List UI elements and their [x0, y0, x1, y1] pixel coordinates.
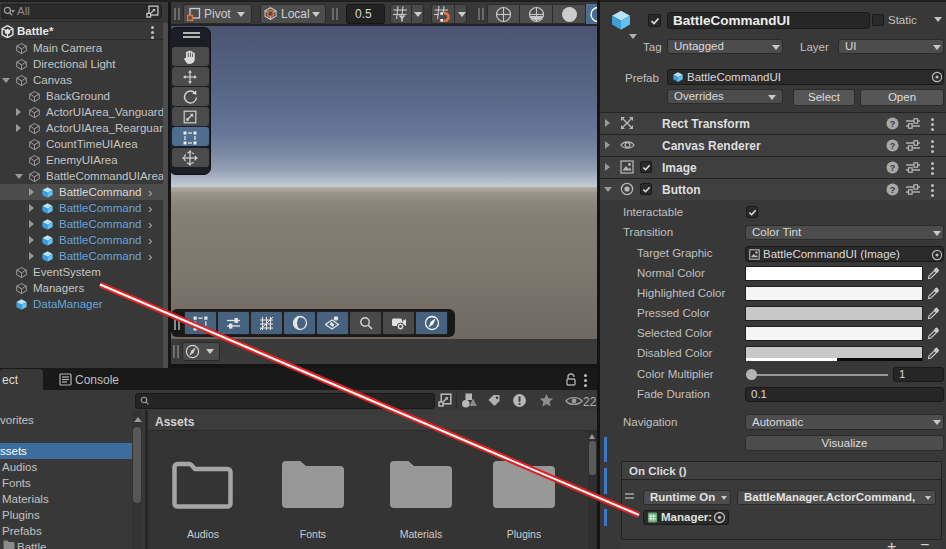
svg-text:?: ? — [890, 119, 896, 129]
svg-text:?: ? — [890, 185, 896, 195]
svg-text:?: ? — [890, 141, 896, 151]
svg-text:?: ? — [890, 163, 896, 173]
